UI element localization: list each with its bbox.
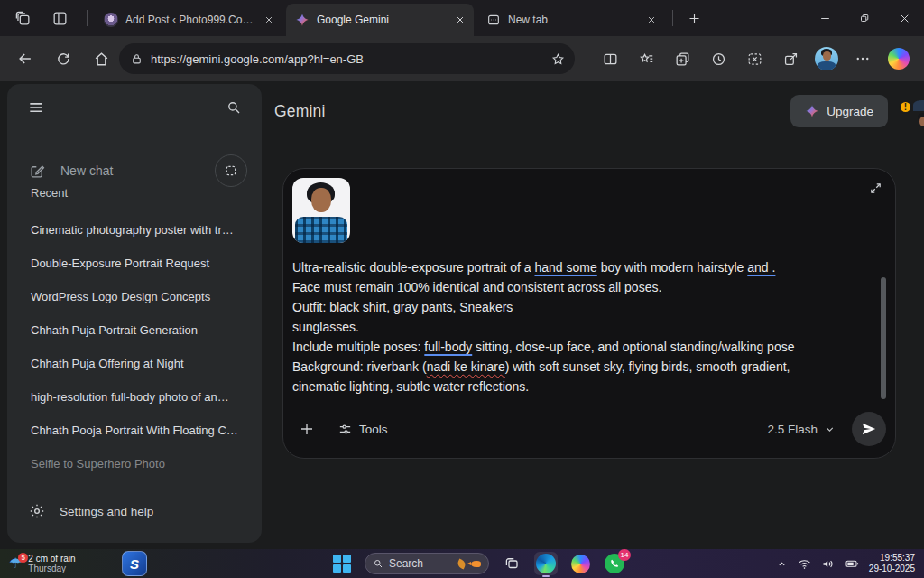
menu-icon[interactable]	[27, 98, 45, 117]
gemini-sidebar: New chat Recent Cinematic photography po…	[7, 84, 262, 543]
share-icon[interactable]	[772, 43, 808, 74]
more-menu-icon[interactable]	[845, 43, 881, 74]
temporary-chat-icon[interactable]	[215, 154, 247, 187]
web-capture-icon[interactable]	[736, 43, 772, 74]
tray-chevron-up-icon[interactable]	[776, 558, 788, 570]
umbrella-icon: ☂5	[9, 556, 22, 571]
window-controls	[805, 0, 924, 36]
leaf-icon	[457, 558, 467, 569]
send-button[interactable]	[852, 412, 886, 446]
recent-chat-item[interactable]: Cinematic photography poster with tr…	[16, 213, 254, 247]
back-button[interactable]	[11, 44, 40, 73]
weather-primary: 2 cm of rain	[28, 554, 75, 564]
copilot-taskbar-icon[interactable]	[568, 552, 592, 575]
volume-icon[interactable]	[821, 557, 835, 571]
bookmark-star-icon[interactable]	[550, 51, 566, 67]
tab-close-icon[interactable]	[454, 14, 467, 26]
prompt-text: Ultra-realistic double-exposure portrait…	[292, 257, 872, 396]
tab-newtab[interactable]: New tab	[477, 5, 665, 34]
battery-icon[interactable]	[845, 556, 859, 571]
photo999-favicon	[104, 13, 118, 27]
gemini-favicon	[295, 13, 310, 27]
tab-gemini[interactable]: Google Gemini	[286, 4, 474, 36]
prompt-scrollbar[interactable]	[881, 277, 886, 399]
recent-chat-item[interactable]: Chhath Puja Offering at Night	[16, 347, 254, 380]
upgrade-button[interactable]: Upgrade	[790, 95, 888, 127]
minimize-button[interactable]	[805, 0, 845, 36]
tools-button[interactable]: Tools	[337, 422, 388, 437]
expand-icon[interactable]	[869, 182, 882, 195]
composer-bar: Tools 2.5 Flash	[292, 407, 886, 451]
divider	[672, 10, 673, 26]
settings-label: Settings and help	[60, 505, 153, 518]
recent-chat-item[interactable]: Chhath Pooja Portrait With Floating C…	[16, 414, 254, 447]
fish-icon	[471, 561, 481, 567]
tab-title: Google Gemini	[317, 14, 447, 26]
whatsapp-icon[interactable]: 14	[603, 552, 626, 575]
account-alert-badge: !	[899, 100, 912, 114]
recent-chat-item[interactable]: Chhath Puja Portrait Generation	[16, 313, 254, 347]
start-button[interactable]	[330, 552, 354, 575]
tab-close-icon[interactable]	[645, 14, 658, 26]
edge-taskbar-icon[interactable]	[534, 552, 558, 575]
close-window-button[interactable]	[884, 0, 924, 36]
taskbar-search[interactable]: Search	[365, 553, 489, 574]
refresh-button[interactable]	[49, 44, 78, 73]
windows-taskbar: ☂5 2 cm of rain Thursday S Search	[0, 549, 924, 578]
browser-tabbar: Add Post ‹ Photo999.Com – Google Gemini …	[0, 0, 924, 36]
new-chat-button[interactable]: New chat	[7, 153, 262, 189]
search-icon[interactable]	[226, 99, 242, 116]
copilot-icon[interactable]	[881, 43, 917, 74]
taskbar-clock[interactable]: 19:55:37 29-10-2025	[869, 553, 915, 574]
recent-chats: Cinematic photography poster with tr…Dou…	[16, 213, 254, 480]
url-text: https://gemini.google.com/app?hl=en-GB	[151, 52, 543, 66]
upgrade-label: Upgrade	[827, 105, 873, 118]
recent-chat-item[interactable]: high-resolution full-body photo of an…	[16, 380, 254, 414]
new-chat-label: New chat	[60, 163, 215, 178]
prompt-card: Ultra-realistic double-exposure portrait…	[282, 168, 896, 459]
attached-image-thumbnail[interactable]	[292, 178, 350, 243]
wifi-icon[interactable]	[798, 557, 811, 571]
site-info-lock-icon[interactable]	[130, 52, 143, 66]
taskbar-app-s-icon[interactable]: S	[122, 551, 147, 576]
collections-icon[interactable]	[664, 43, 700, 74]
gear-icon	[29, 503, 45, 519]
split-screen-icon[interactable]	[592, 43, 628, 74]
tab-title: Add Post ‹ Photo999.Com –	[125, 14, 255, 26]
favorites-icon[interactable]	[628, 43, 664, 74]
page-title: Gemini	[274, 102, 326, 121]
gemini-app: New chat Recent Cinematic photography po…	[0, 81, 924, 549]
model-selector[interactable]: 2.5 Flash	[767, 423, 836, 436]
add-attachment-button[interactable]	[292, 415, 321, 443]
divider	[87, 10, 88, 26]
recent-chat-item[interactable]: Double-Exposure Portrait Request	[16, 247, 254, 280]
address-bar[interactable]: https://gemini.google.com/app?hl=en-GB	[119, 43, 575, 74]
recent-label: Recent	[31, 186, 68, 200]
search-label: Search	[389, 557, 452, 570]
profile-avatar[interactable]	[808, 43, 845, 74]
tab-title: New tab	[508, 14, 638, 26]
workspaces-icon[interactable]	[51, 10, 69, 27]
tab-actions-icon[interactable]	[14, 10, 32, 27]
new-tab-button[interactable]	[688, 12, 701, 25]
tab-photo999[interactable]: Add Post ‹ Photo999.Com –	[95, 5, 282, 34]
weather-widget[interactable]: ☂5 2 cm of rain Thursday	[0, 554, 76, 574]
newtab-favicon	[486, 13, 501, 27]
clock-date: 29-10-2025	[869, 564, 915, 574]
restore-button[interactable]	[845, 0, 884, 36]
tab-close-icon[interactable]	[263, 14, 275, 26]
gemini-main: Gemini Upgrade !	[262, 81, 924, 549]
history-icon[interactable]	[700, 43, 736, 74]
new-chat-edit-icon	[29, 163, 46, 180]
task-view-icon[interactable]	[500, 552, 523, 575]
model-label: 2.5 Flash	[767, 423, 818, 436]
weather-badge: 5	[18, 553, 28, 563]
settings-and-help-button[interactable]: Settings and help	[7, 503, 262, 519]
recent-chat-item[interactable]: Selfie to Superhero Photo	[16, 447, 254, 480]
weather-secondary: Thursday	[28, 564, 75, 574]
tools-label: Tools	[359, 423, 388, 436]
whatsapp-badge: 14	[618, 549, 631, 561]
home-button[interactable]	[87, 44, 116, 73]
screen: Add Post ‹ Photo999.Com – Google Gemini …	[0, 0, 924, 578]
recent-chat-item[interactable]: WordPress Logo Design Concepts	[16, 280, 254, 313]
